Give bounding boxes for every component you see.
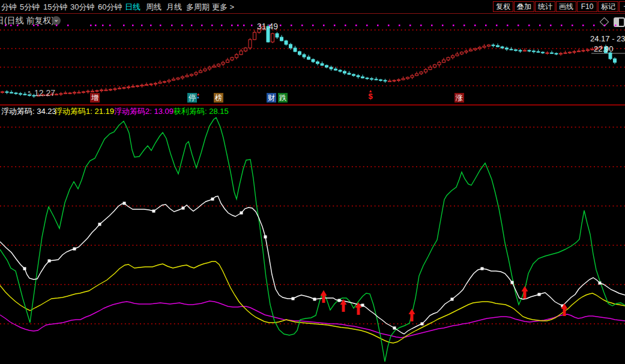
badge-deco-icon: ▲▲ (196, 93, 200, 99)
dollar-badge[interactable]: ▲$ (366, 89, 375, 100)
badge-增[interactable]: 增 (90, 93, 100, 103)
signal-dots-row (5, 25, 617, 26)
gridlines (0, 30, 625, 324)
badge-财[interactable]: 财 (267, 93, 276, 103)
badge-榜[interactable]: 榜 (214, 93, 223, 103)
indicator-value-浮动筹码: 浮动筹码: 34.23 (1, 106, 56, 117)
price-label-3: 22.90 (594, 44, 614, 53)
indicator-value-浮动筹码2: 浮动筹码2: 13.09 (114, 106, 174, 117)
price-label-0: 31.49 (257, 22, 278, 31)
badge-涨[interactable]: 涨 (454, 93, 464, 103)
indicator-line-浮动筹码1 (0, 261, 625, 343)
price-label-2: 24.17 - 23 (590, 34, 625, 43)
badge-停[interactable]: 停▲▲ (187, 93, 197, 103)
price-label-1: 12.27 (34, 88, 55, 98)
chart-canvas[interactable] (0, 0, 625, 364)
indicator-value-获利筹码: 获利筹码: 28.15 (174, 106, 229, 117)
stock-app-window: 分钟5分钟15分钟30分钟60分钟日线周线月线多周期更多 >复权叠加统计画线F1… (0, 0, 625, 364)
low-price-arrow-icon: ↖ (28, 89, 32, 96)
candlestick-series (1, 25, 617, 98)
indicator-value-浮动筹码1: 浮动筹码1: 21.19 (55, 106, 114, 117)
indicator-header: 浮动筹码: 34.23浮动筹码1: 21.19浮动筹码2: 13.09获利筹码:… (0, 106, 625, 117)
indicator-line-获利筹码 (0, 118, 625, 362)
badge-跌[interactable]: 跌 (278, 93, 288, 103)
